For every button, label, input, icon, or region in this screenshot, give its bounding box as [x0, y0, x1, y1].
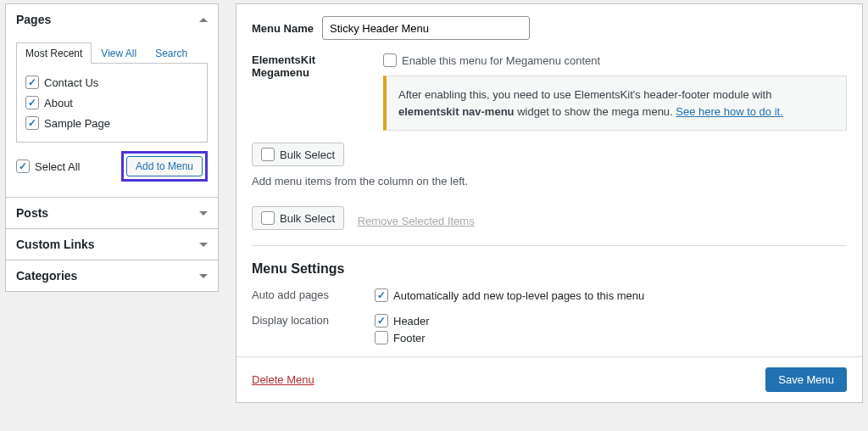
checkbox-icon[interactable]	[375, 331, 388, 344]
checkbox-icon[interactable]	[25, 96, 39, 109]
select-all-label: Select All	[35, 160, 80, 173]
tab-view-all[interactable]: View All	[92, 42, 146, 64]
location-header-row[interactable]: Header	[375, 312, 847, 329]
delete-menu-link[interactable]: Delete Menu	[252, 373, 314, 386]
categories-title: Categories	[16, 269, 77, 283]
pages-tabs: Most Recent View All Search	[16, 42, 208, 64]
menu-footer-bar: Delete Menu Save Menu	[236, 356, 862, 402]
megamenu-enable-row[interactable]: Enable this menu for Megamenu content	[383, 53, 847, 67]
pages-list: Contact Us About Sample Page	[16, 64, 208, 143]
pages-metabox: Pages Most Recent View All Search Contac…	[5, 3, 219, 198]
checkbox-icon[interactable]	[16, 160, 30, 173]
list-item[interactable]: About	[25, 92, 198, 113]
posts-metabox: Posts	[5, 198, 219, 229]
expand-icon	[199, 274, 208, 278]
add-to-menu-highlight: Add to Menu	[121, 151, 208, 182]
notice-text-1: After enabling this, you need to use Ele…	[398, 88, 771, 101]
megamenu-enable-label: Enable this menu for Megamenu content	[402, 54, 600, 67]
custom-links-metabox: Custom Links	[5, 229, 219, 260]
checkbox-icon[interactable]	[25, 116, 39, 130]
auto-add-ctrl: Automatically add new top-level pages to…	[375, 287, 847, 304]
notice-link[interactable]: See here how to do it.	[676, 105, 782, 118]
checkbox-icon[interactable]	[375, 288, 388, 302]
menu-edit-panel: Menu Name ElementsKit Megamenu Enable th…	[236, 3, 863, 403]
menu-settings-title: Menu Settings	[252, 261, 847, 277]
display-location-ctrl: Header Footer	[375, 312, 847, 346]
notice-text-2: widget to show the mega menu.	[515, 105, 676, 118]
bulk-select-bottom: Bulk Select Remove Selected Items	[252, 206, 847, 230]
bulk-select-button[interactable]: Bulk Select	[252, 143, 344, 166]
display-location-row: Display location Header Footer	[252, 312, 847, 346]
menu-name-label: Menu Name	[252, 22, 314, 35]
auto-add-label: Auto add pages	[252, 287, 375, 301]
pages-title: Pages	[16, 13, 51, 26]
pages-header[interactable]: Pages	[6, 4, 218, 35]
expand-icon	[199, 211, 208, 216]
custom-links-header[interactable]: Custom Links	[6, 229, 218, 260]
tab-most-recent[interactable]: Most Recent	[16, 42, 92, 64]
bulk-select-button[interactable]: Bulk Select	[252, 206, 344, 230]
sidebar: Pages Most Recent View All Search Contac…	[5, 3, 219, 403]
expand-icon	[199, 243, 208, 247]
checkbox-icon[interactable]	[261, 211, 275, 225]
notice-bold: elementskit nav-menu	[398, 105, 515, 118]
empty-menu-hint: Add menu items from the column on the le…	[252, 175, 847, 188]
auto-add-row: Auto add pages Automatically add new top…	[252, 287, 847, 304]
megamenu-row: ElementsKit Megamenu Enable this menu fo…	[252, 53, 847, 131]
menu-edit-inner: Menu Name ElementsKit Megamenu Enable th…	[236, 4, 862, 346]
divider	[252, 245, 847, 246]
checkbox-icon[interactable]	[261, 148, 275, 161]
menu-name-input[interactable]	[322, 16, 530, 40]
custom-links-title: Custom Links	[16, 238, 95, 251]
display-location-label: Display location	[252, 312, 375, 327]
pages-footer: Select All Add to Menu	[16, 143, 208, 187]
add-to-menu-button[interactable]: Add to Menu	[126, 156, 203, 176]
checkbox-icon[interactable]	[383, 53, 397, 67]
checkbox-icon[interactable]	[25, 76, 39, 89]
megamenu-label: ElementsKit Megamenu	[252, 53, 375, 79]
megamenu-controls: Enable this menu for Megamenu content Af…	[383, 53, 847, 131]
location-footer-label: Footer	[393, 332, 426, 344]
bulk-select-label: Bulk Select	[280, 212, 335, 225]
menu-name-row: Menu Name	[252, 16, 847, 40]
posts-header[interactable]: Posts	[6, 198, 218, 228]
list-item[interactable]: Sample Page	[25, 113, 198, 133]
select-all-row[interactable]: Select All	[16, 156, 80, 176]
auto-add-checkbox-row[interactable]: Automatically add new top-level pages to…	[375, 287, 847, 304]
megamenu-notice: After enabling this, you need to use Ele…	[383, 76, 847, 131]
location-header-label: Header	[393, 315, 430, 327]
auto-add-text: Automatically add new top-level pages to…	[393, 289, 644, 302]
posts-title: Posts	[16, 206, 48, 220]
tab-search[interactable]: Search	[146, 42, 197, 64]
page-label: Sample Page	[44, 117, 110, 130]
page-label: Contact Us	[44, 76, 98, 89]
bulk-select-label: Bulk Select	[280, 148, 335, 161]
pages-body: Most Recent View All Search Contact Us A…	[6, 42, 218, 197]
categories-metabox: Categories	[5, 260, 219, 292]
categories-header[interactable]: Categories	[6, 260, 218, 291]
bulk-select-top: Bulk Select	[252, 143, 847, 166]
location-footer-row[interactable]: Footer	[375, 329, 847, 346]
page-label: About	[44, 97, 73, 109]
collapse-icon	[199, 18, 208, 22]
remove-selected-link: Remove Selected Items	[358, 215, 475, 227]
save-menu-button[interactable]: Save Menu	[765, 367, 847, 392]
list-item[interactable]: Contact Us	[25, 72, 198, 92]
checkbox-icon[interactable]	[375, 314, 388, 327]
